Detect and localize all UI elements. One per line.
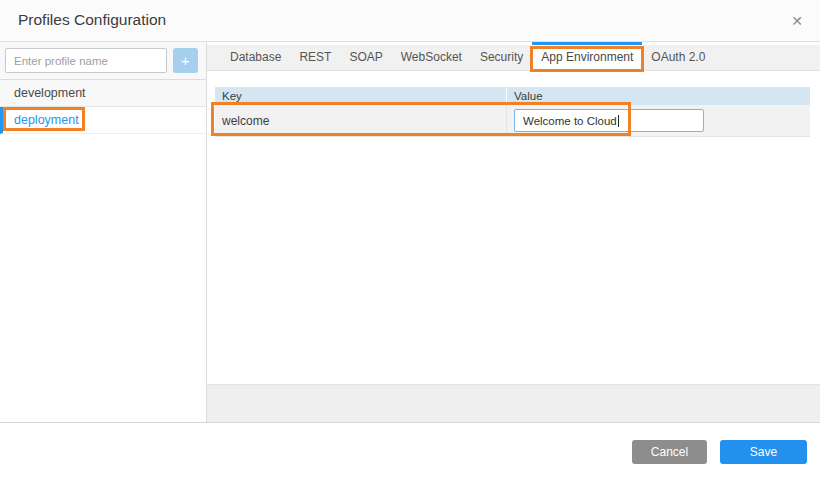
profile-name-label: development (14, 86, 86, 100)
env-variables-table: KeyValue welcomeWelcome to Cloud (215, 87, 810, 137)
tab-label: App Environment (541, 50, 633, 64)
value-cell: Welcome to Cloud (506, 105, 810, 136)
tab-label: WebSocket (401, 50, 462, 64)
key-cell: welcome (215, 114, 506, 128)
tab-websocket[interactable]: WebSocket (392, 42, 471, 70)
tab-label: Security (480, 50, 523, 64)
profiles-configuration-dialog: Profiles Configuration ✕ + developmentde… (0, 0, 820, 482)
cancel-button[interactable]: Cancel (632, 440, 707, 464)
column-header-key: Key (215, 87, 506, 105)
app-environment-panel: KeyValue welcomeWelcome to Cloud (207, 71, 820, 384)
panel-footer-strip (207, 384, 820, 422)
tab-database[interactable]: Database (221, 42, 290, 70)
table-row: welcomeWelcome to Cloud (215, 105, 810, 137)
profiles-sidebar: + developmentdeployment (0, 42, 207, 422)
tab-app-environment[interactable]: App Environment (532, 42, 642, 70)
add-profile-button[interactable]: + (173, 48, 198, 73)
tab-label: REST (299, 50, 331, 64)
dialog-body: + developmentdeployment DatabaseRESTSOAP… (0, 42, 820, 423)
sidebar-item-deployment[interactable]: deployment (0, 107, 206, 134)
table-body: welcomeWelcome to Cloud (215, 105, 810, 137)
dialog-title: Profiles Configuration (18, 11, 166, 29)
dialog-footer: Cancel Save (0, 423, 820, 482)
tab-oauth-2-0[interactable]: OAuth 2.0 (642, 42, 714, 70)
table-header-row: KeyValue (215, 87, 810, 105)
profile-list: developmentdeployment (0, 80, 206, 134)
dialog-header: Profiles Configuration ✕ (0, 0, 820, 42)
tab-label: SOAP (349, 50, 382, 64)
profile-content: DatabaseRESTSOAPWebSocketSecurityApp Env… (207, 42, 820, 422)
profile-name-label: deployment (14, 113, 79, 127)
close-icon[interactable]: ✕ (786, 10, 808, 32)
tab-bar: DatabaseRESTSOAPWebSocketSecurityApp Env… (207, 42, 820, 71)
tab-label: OAuth 2.0 (651, 50, 705, 64)
tab-label: Database (230, 50, 281, 64)
profile-name-input[interactable] (5, 48, 167, 73)
tab-soap[interactable]: SOAP (340, 42, 391, 70)
save-button[interactable]: Save (720, 440, 807, 464)
tab-rest[interactable]: REST (290, 42, 340, 70)
column-header-value: Value (506, 87, 810, 105)
text-caret (618, 115, 619, 127)
profile-create-row: + (0, 42, 206, 80)
value-input[interactable]: Welcome to Cloud (514, 109, 704, 132)
value-input-text: Welcome to Cloud (523, 115, 617, 127)
tab-security[interactable]: Security (471, 42, 532, 70)
sidebar-item-development[interactable]: development (0, 80, 206, 107)
